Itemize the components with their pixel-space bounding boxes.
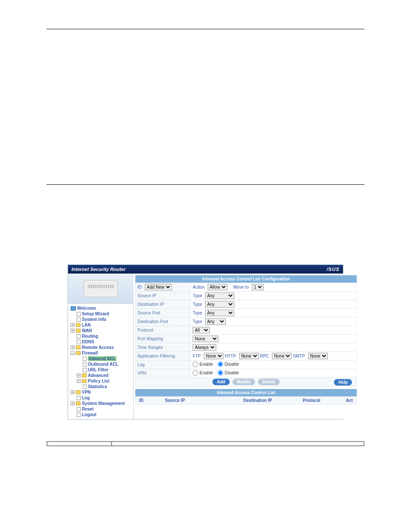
expand-icon[interactable]: + bbox=[71, 345, 75, 349]
nav-wan[interactable]: + WAN bbox=[69, 328, 132, 333]
nav-routing[interactable]: Routing bbox=[69, 333, 132, 339]
disable-label: Disable bbox=[224, 362, 239, 367]
router-device-image bbox=[68, 274, 134, 304]
nav-system-info[interactable]: System Info bbox=[69, 317, 132, 322]
nav-firewall-label[interactable]: Firewall bbox=[82, 351, 98, 355]
folder-icon bbox=[76, 323, 81, 327]
move-select[interactable]: 1 bbox=[252, 284, 264, 290]
move-label: Move to bbox=[234, 285, 249, 289]
src-port-label: Source Port bbox=[136, 309, 191, 317]
expand-icon[interactable]: + bbox=[71, 323, 75, 327]
nav-ddns[interactable]: DDNS bbox=[69, 339, 132, 345]
folder-icon bbox=[82, 373, 87, 377]
smtp-select[interactable]: None bbox=[308, 353, 328, 359]
delete-button: Delete bbox=[258, 379, 280, 385]
protocol-label: Protocol bbox=[136, 326, 191, 335]
router-window-header: Internet Security Router /SUS bbox=[68, 265, 343, 274]
nav-routing-label[interactable]: Routing bbox=[82, 334, 98, 339]
nav-outbound-acl[interactable]: Outbound ACL bbox=[69, 361, 132, 367]
rpc-select[interactable]: None bbox=[272, 353, 292, 359]
add-button[interactable]: Add bbox=[212, 379, 229, 385]
asus-logo: /SUS bbox=[327, 267, 339, 272]
src-ip-type-select[interactable]: Any bbox=[205, 292, 234, 299]
nav-reset[interactable]: Reset bbox=[69, 406, 132, 412]
nav-advanced-label[interactable]: Advanced bbox=[88, 373, 109, 378]
nav-setup-wizard-label[interactable]: Setup Wizard bbox=[82, 311, 109, 316]
nav-advanced[interactable]: + Advanced bbox=[69, 373, 132, 378]
vpn-disable-radio[interactable] bbox=[218, 370, 223, 376]
dst-port-type-select[interactable]: Any bbox=[205, 318, 226, 325]
help-button[interactable]: Help bbox=[334, 379, 352, 386]
nav-system-info-label[interactable]: System Info bbox=[82, 317, 106, 322]
disable-label: Disable bbox=[224, 370, 239, 375]
expand-icon[interactable]: + bbox=[71, 401, 75, 405]
vpn-label: VPN bbox=[136, 369, 191, 378]
expand-icon[interactable]: + bbox=[71, 329, 75, 333]
nav-url-filter[interactable]: URL Filter bbox=[69, 367, 132, 373]
expand-icon[interactable]: + bbox=[71, 390, 75, 394]
type-label: Type bbox=[193, 311, 202, 315]
page-icon bbox=[77, 317, 81, 322]
nav-vpn[interactable]: + VPN bbox=[69, 389, 132, 395]
nav-remote-access-label[interactable]: Remote Access bbox=[82, 345, 114, 350]
id-select[interactable]: Add New bbox=[145, 284, 172, 290]
nav-tree: Welcome Setup Wizard System Info + LAN bbox=[68, 304, 133, 419]
folder-icon bbox=[76, 401, 81, 405]
acl-col-id: ID bbox=[139, 398, 165, 403]
log-enable-radio[interactable] bbox=[193, 361, 198, 367]
app-filtering-label: Application Filtering bbox=[136, 352, 191, 361]
nav-inbound-acl[interactable]: Inbound ACL bbox=[69, 356, 132, 361]
nav-firewall[interactable]: – Firewall bbox=[69, 350, 132, 356]
dst-ip-type-select[interactable]: Any bbox=[205, 301, 234, 308]
nav-wan-label[interactable]: WAN bbox=[82, 328, 92, 333]
nav-remote-access[interactable]: + Remote Access bbox=[69, 345, 132, 350]
router-config-window: Internet Security Router /SUS Welcome Se… bbox=[68, 264, 343, 420]
vpn-enable-radio[interactable] bbox=[193, 370, 198, 376]
router-title: Internet Security Router bbox=[72, 267, 125, 272]
nav-setup-wizard[interactable]: Setup Wizard bbox=[69, 311, 132, 317]
port-mapping-select[interactable]: None bbox=[193, 336, 218, 342]
log-disable-radio[interactable] bbox=[218, 361, 223, 367]
nav-log[interactable]: Log bbox=[69, 395, 132, 401]
nav-statistics-label[interactable]: Statistics bbox=[88, 384, 107, 389]
dst-ip-label: Destination IP bbox=[136, 300, 191, 309]
nav-url-filter-label[interactable]: URL Filter bbox=[88, 367, 109, 372]
nav-ddns-label[interactable]: DDNS bbox=[82, 339, 94, 344]
folder-icon bbox=[76, 329, 81, 333]
nav-welcome[interactable]: Welcome bbox=[69, 305, 132, 311]
nav-lan-label[interactable]: LAN bbox=[82, 323, 91, 327]
time-ranges-select[interactable]: Always bbox=[193, 344, 216, 351]
nav-system-mgmt-label[interactable]: System Management bbox=[82, 401, 125, 406]
nav-statistics[interactable]: Statistics bbox=[69, 384, 132, 389]
collapse-icon[interactable]: – bbox=[71, 351, 75, 355]
acl-list-title: Inbound Access Control List bbox=[135, 389, 357, 396]
nav-vpn-label[interactable]: VPN bbox=[82, 390, 91, 395]
folder-icon bbox=[76, 345, 81, 349]
ftp-label: FTP bbox=[193, 354, 201, 358]
nav-log-label[interactable]: Log bbox=[82, 395, 90, 400]
nav-lan[interactable]: + LAN bbox=[69, 322, 132, 328]
nav-logout-label[interactable]: Logout bbox=[82, 412, 97, 417]
config-form-table: ID Add New Action Allow Move to 1 Sourc bbox=[135, 283, 357, 386]
nav-inbound-acl-label[interactable]: Inbound ACL bbox=[88, 356, 116, 361]
nav-reset-label[interactable]: Reset bbox=[82, 407, 93, 411]
nav-logout[interactable]: Logout bbox=[69, 412, 132, 417]
type-label: Type bbox=[193, 302, 202, 307]
panel-title: Inbound Access Control List Configuratio… bbox=[135, 275, 357, 283]
expand-icon[interactable]: + bbox=[77, 373, 81, 377]
nav-welcome-label[interactable]: Welcome bbox=[77, 306, 96, 311]
nav-policy-list-label[interactable]: Policy List bbox=[88, 379, 109, 383]
ftp-select[interactable]: None bbox=[204, 353, 224, 359]
src-port-type-select[interactable]: Any bbox=[205, 310, 234, 316]
protocol-select[interactable]: All bbox=[193, 327, 210, 333]
expand-icon[interactable]: + bbox=[77, 379, 81, 383]
nav-policy-list[interactable]: + Policy List bbox=[69, 378, 132, 384]
action-label: Action bbox=[193, 285, 205, 289]
page-icon bbox=[83, 385, 87, 389]
dst-port-label: Destination Port bbox=[136, 317, 191, 326]
nav-system-mgmt[interactable]: + System Management bbox=[69, 401, 132, 406]
http-select[interactable]: None bbox=[239, 353, 259, 359]
nav-outbound-acl-label[interactable]: Outbound ACL bbox=[88, 362, 118, 367]
param-desc-header bbox=[112, 442, 364, 446]
action-select[interactable]: Allow bbox=[208, 284, 227, 290]
